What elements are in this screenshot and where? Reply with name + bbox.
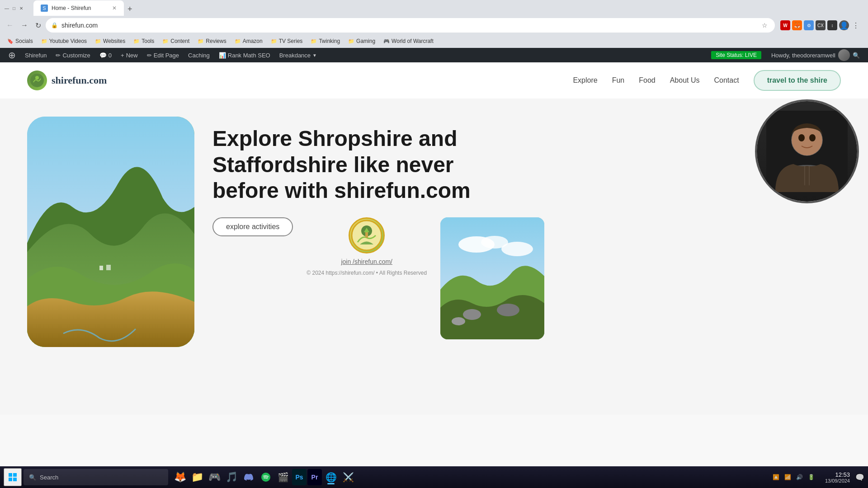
taskbar-icon-folder[interactable]: 📁 <box>189 469 205 485</box>
join-link[interactable]: join /shirefun.com/ <box>341 258 392 265</box>
maximize-button[interactable]: □ <box>11 5 17 11</box>
folder-icon-2: 📁 <box>95 38 101 44</box>
bookmark-twinking[interactable]: 📁 Twinking <box>307 37 344 45</box>
more-button[interactable]: ⋮ <box>851 20 861 30</box>
lock-icon: 🔒 <box>51 22 58 28</box>
wp-breakdance[interactable]: Breakdance ▼ <box>275 48 321 62</box>
ext-icon-3[interactable]: ⚙ <box>804 20 814 30</box>
bookmark-reviews[interactable]: 📁 Reviews <box>194 37 230 45</box>
search-icon-taskbar: 🔍 <box>29 474 36 481</box>
bookmark-tools[interactable]: 📁 Tools <box>130 37 158 45</box>
hero-actions: explore activities <box>212 217 615 339</box>
taskbar-icon-streamlabs[interactable]: 🎬 <box>275 469 291 485</box>
close-button[interactable]: ✕ <box>18 5 24 11</box>
active-tab[interactable]: S Home - Shirefun ✕ <box>33 0 124 16</box>
browser-window: — □ ✕ S Home - Shirefun ✕ + ← → ↻ 🔒 ☆ <box>0 0 868 415</box>
nav-contact[interactable]: Contact <box>714 76 739 84</box>
taskbar-icon-wow[interactable]: ⚔️ <box>340 469 356 485</box>
plus-icon: + <box>121 52 124 59</box>
howdy-text[interactable]: Howdy, theodoreramwell 🔍 <box>767 49 864 61</box>
system-clock[interactable]: 12:53 13/09/2024 <box>821 471 854 483</box>
bookmark-youtube[interactable]: 📁 Youtube Videos <box>38 37 90 45</box>
notification-center-icon[interactable]: 🗨️ <box>855 473 864 482</box>
wp-site-name[interactable]: Shirefun <box>20 48 51 62</box>
profile-button[interactable]: 👤 <box>839 20 849 30</box>
chevron-down-icon: ▼ <box>312 53 317 58</box>
url-input[interactable] <box>61 22 756 29</box>
bookmark-wow[interactable]: 🎮 World of Warcraft <box>380 37 437 45</box>
wp-edit-page[interactable]: ✏ Edit Page <box>142 48 184 62</box>
taskbar-icon-music[interactable]: 🎵 <box>223 469 240 485</box>
taskbar-icon-premiere[interactable]: Pr <box>307 469 322 485</box>
ext-icon-1[interactable]: W <box>780 20 790 30</box>
bookmark-socials[interactable]: 🔖 Socials <box>4 37 37 45</box>
svg-point-19 <box>798 134 805 141</box>
svg-point-13 <box>463 309 481 320</box>
taskbar-icon-discord[interactable] <box>241 469 257 485</box>
search-icon[interactable]: 🔍 <box>853 52 860 59</box>
svg-rect-22 <box>13 473 17 477</box>
webcam-overlay <box>755 99 859 203</box>
nav-explore[interactable]: Explore <box>573 76 597 84</box>
bookmark-websites[interactable]: 📁 Websites <box>91 37 129 45</box>
folder-icon-8: 📁 <box>311 38 317 44</box>
taskbar-icon-photoshop[interactable]: Ps <box>292 469 307 485</box>
tray-sound-icon[interactable]: 🔊 <box>795 473 804 482</box>
tab-bar: S Home - Shirefun ✕ + <box>30 0 140 16</box>
secondary-column: join /shirefun.com/ © 2024 https://shire… <box>307 217 427 276</box>
bookmark-star-button[interactable]: ☆ <box>760 21 769 30</box>
bookmark-gaming[interactable]: 📁 Gaming <box>344 37 379 45</box>
tab-close-button[interactable]: ✕ <box>112 5 117 11</box>
site-logo[interactable]: shirefun.com <box>27 70 107 90</box>
wp-caching[interactable]: Caching <box>184 48 214 62</box>
hero-title: Explore Shropshire and Staffordshire lik… <box>212 126 615 204</box>
folder-icon: 📁 <box>41 38 47 44</box>
bookmark-content[interactable]: 📁 Content <box>159 37 193 45</box>
ext-icon-4[interactable]: CX <box>816 20 826 30</box>
tab-favicon: S <box>41 5 48 12</box>
taskbar-icon-firefox[interactable]: 🦊 <box>172 469 188 485</box>
cta-button[interactable]: travel to the shire <box>754 70 841 91</box>
bookmark-tvseries[interactable]: 📁 TV Series <box>267 37 307 45</box>
folder-icon-9: 📁 <box>348 38 354 44</box>
wp-logo-item[interactable]: ⊕ <box>4 48 20 62</box>
forward-button[interactable]: → <box>18 19 31 31</box>
nav-fun[interactable]: Fun <box>612 76 625 84</box>
tray-battery-icon[interactable]: 🔋 <box>807 473 816 482</box>
minimize-button[interactable]: — <box>4 5 10 11</box>
wp-customize[interactable]: ✏ Customize <box>51 48 94 62</box>
explore-activities-button[interactable]: explore activities <box>212 217 293 236</box>
nav-aboutus[interactable]: About Us <box>670 76 700 84</box>
customize-icon: ✏ <box>56 52 61 59</box>
taskbar-icon-spotify[interactable] <box>258 469 274 485</box>
back-button[interactable]: ← <box>4 19 16 31</box>
new-tab-button[interactable]: + <box>124 3 136 16</box>
svg-rect-7 <box>365 232 368 238</box>
svg-point-1 <box>35 76 39 80</box>
bookmarks-bar: 🔖 Socials 📁 Youtube Videos 📁 Websites 📁 … <box>0 34 868 48</box>
wp-rank-math[interactable]: 📊 Rank Math SEO <box>214 48 275 62</box>
address-bar-input-wrap[interactable]: 🔒 ☆ <box>46 18 775 33</box>
svg-rect-21 <box>9 473 12 477</box>
wp-new[interactable]: + New <box>116 48 142 62</box>
reload-button[interactable]: ↻ <box>33 19 44 32</box>
taskbar-icon-browser[interactable]: 🌐 <box>323 469 339 485</box>
landscape-photo-image <box>440 217 544 339</box>
wp-comments[interactable]: 💬 0 <box>95 48 116 62</box>
svg-rect-23 <box>9 478 12 481</box>
taskbar-search-box[interactable]: 🔍 Search <box>24 469 168 485</box>
svg-rect-4 <box>106 265 111 270</box>
start-button[interactable] <box>4 468 22 486</box>
tray-network-icon[interactable]: 📶 <box>783 473 793 482</box>
folder-icon-6: 📁 <box>235 38 241 44</box>
tray-arrow-icon[interactable]: 🔼 <box>772 473 781 482</box>
ext-icon-5[interactable]: ↕ <box>827 20 837 30</box>
bookmark-amazon[interactable]: 📁 Amazon <box>231 37 266 45</box>
ext-icon-2[interactable]: 🦊 <box>792 20 802 30</box>
taskbar-icon-gaming[interactable]: 🎮 <box>206 469 222 485</box>
site-status-badge[interactable]: Site Status: LIVE <box>711 51 761 59</box>
hero-image <box>27 117 194 347</box>
nav-food[interactable]: Food <box>639 76 655 84</box>
wp-admin-right: Site Status: LIVE Howdy, theodoreramwell… <box>711 49 864 61</box>
gaming-icon: 🎮 <box>383 38 390 44</box>
